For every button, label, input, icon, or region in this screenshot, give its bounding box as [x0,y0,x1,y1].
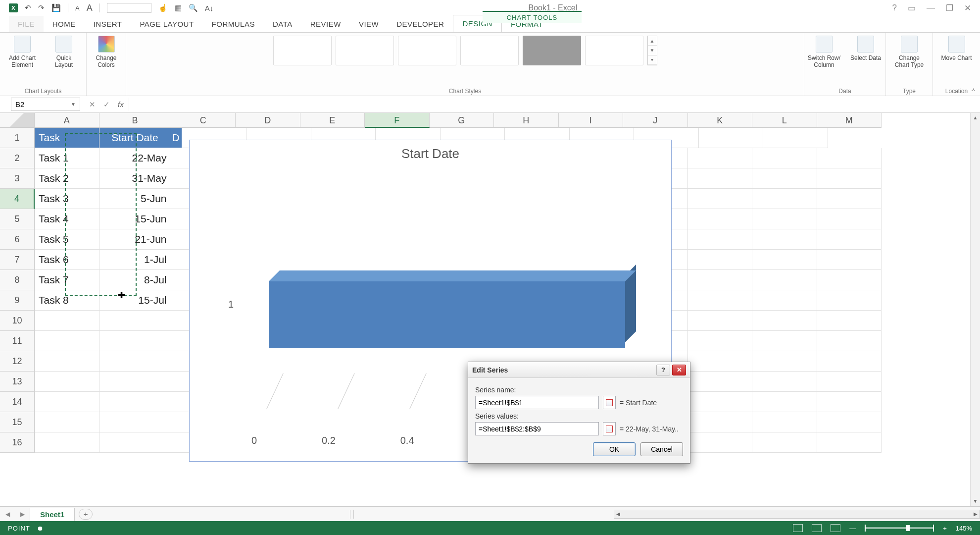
column-header-D[interactable]: D [236,113,300,128]
add-sheet-button[interactable]: + [79,509,93,520]
styles-scroll[interactable]: ▲▼▾ [647,36,657,65]
cell-A14[interactable] [35,392,99,412]
formula-input[interactable] [129,98,980,111]
save-button[interactable]: 💾 [51,3,61,12]
cell-L15[interactable] [752,412,817,432]
cell-M10[interactable] [817,311,882,331]
zoom-level[interactable]: 145% [956,525,972,532]
cell-B5[interactable]: 15-Jun [99,209,171,229]
cell-L12[interactable] [752,351,817,372]
collapse-ribbon-button[interactable]: ㅅ [971,86,976,94]
cell-M2[interactable] [817,148,882,168]
close-button[interactable]: ✕ [964,3,971,13]
vertical-scrollbar[interactable]: ▲▼ [970,113,980,506]
sort-button[interactable]: A↓ [205,4,214,12]
cell-A1[interactable]: Task [35,128,99,148]
column-header-J[interactable]: J [623,113,688,128]
series-values-range-picker[interactable] [603,422,616,435]
normal-view-button[interactable] [793,524,803,532]
tab-developer[interactable]: DEVELOPER [388,16,453,32]
series-values-input[interactable] [475,422,599,435]
row-header-16[interactable]: 16 [0,432,35,453]
cell-M7[interactable] [817,250,882,270]
cell-K9[interactable] [688,290,753,311]
cell-B15[interactable] [99,412,171,432]
tab-review[interactable]: REVIEW [301,16,350,32]
cell-K10[interactable] [688,311,753,331]
touch-mode-button[interactable]: ☝ [158,3,168,12]
cell-B7[interactable]: 1-Jul [99,250,171,270]
chart-style-3[interactable] [398,36,456,65]
switch-row-column-button[interactable]: Switch Row/ Column [807,36,841,68]
cell-K2[interactable] [688,148,753,168]
cell-K15[interactable] [688,412,753,432]
ribbon-display-button[interactable]: ▭ [908,3,916,13]
cancel-entry-icon[interactable]: ✕ [89,100,96,109]
worksheet-grid[interactable]: ABCDEFGHIJKLM 12345678910111213141516 Ta… [0,113,980,506]
tab-formulas[interactable]: FORMULAS [203,16,264,32]
cell-B2[interactable]: 22-May [99,148,171,168]
cell-B1[interactable]: Start Date [99,128,171,148]
tab-home[interactable]: HOME [44,16,85,32]
cell-M1[interactable] [763,128,828,148]
cell-L7[interactable] [752,250,817,270]
move-chart-button[interactable]: Move Chart [939,36,974,61]
row-header-5[interactable]: 5 [0,209,35,229]
cell-M15[interactable] [817,412,882,432]
tab-page-layout[interactable]: PAGE LAYOUT [131,16,202,32]
row-header-7[interactable]: 7 [0,250,35,270]
cell-K5[interactable] [688,209,753,229]
row-header-6[interactable]: 6 [0,229,35,250]
cell-L13[interactable] [752,372,817,392]
cell-K13[interactable] [688,372,753,392]
cell-M13[interactable] [817,372,882,392]
cell-K4[interactable] [688,189,753,209]
column-header-K[interactable]: K [688,113,753,128]
chart-style-5[interactable] [523,36,581,65]
row-header-14[interactable]: 14 [0,392,35,412]
cell-K14[interactable] [688,392,753,412]
sheet-nav-prev[interactable]: ◀ [5,511,10,518]
cell-A2[interactable]: Task 1 [35,148,99,168]
column-header-G[interactable]: G [430,113,494,128]
font-decrease-button[interactable]: A [75,4,80,12]
print-preview-button[interactable]: 🔍 [189,3,198,12]
cell-K12[interactable] [688,351,753,372]
series-name-input[interactable] [475,396,599,409]
font-size-combo[interactable] [107,3,151,13]
sheet-nav-next[interactable]: ▶ [20,511,25,518]
ok-button[interactable]: OK [593,442,636,456]
row-header-13[interactable]: 13 [0,372,35,392]
cell-K8[interactable] [688,270,753,290]
cell-A12[interactable] [35,351,99,372]
dialog-close-button[interactable]: ✕ [672,365,686,375]
cell-A6[interactable]: Task 5 [35,229,99,250]
cell-M9[interactable] [817,290,882,311]
cell-L3[interactable] [752,168,817,189]
zoom-out-button[interactable]: — [849,525,856,532]
cell-A7[interactable]: Task 6 [35,250,99,270]
cell-L1[interactable] [699,128,764,148]
insert-table-button[interactable]: ▦ [175,3,182,12]
column-header-E[interactable]: E [300,113,365,128]
column-header-L[interactable]: L [752,113,817,128]
row-header-12[interactable]: 12 [0,351,35,372]
cell-M14[interactable] [817,392,882,412]
row-header-1[interactable]: 1 [0,128,35,148]
cell-L8[interactable] [752,270,817,290]
cell-A8[interactable]: Task 7 [35,270,99,290]
cell-A3[interactable]: Task 2 [35,168,99,189]
tab-insert[interactable]: INSERT [85,16,131,32]
add-chart-element-button[interactable]: Add Chart Element [5,36,40,68]
cell-B11[interactable] [99,331,171,351]
cell-M4[interactable] [817,189,882,209]
row-header-4[interactable]: 4 [0,189,35,209]
chart-style-6[interactable] [585,36,643,65]
cell-A10[interactable] [35,311,99,331]
cell-K6[interactable] [688,229,753,250]
cell-B14[interactable] [99,392,171,412]
horizontal-scrollbar[interactable]: ◀▶ [614,510,980,519]
cell-A4[interactable]: Task 3 [35,189,99,209]
chart-title[interactable]: Start Date [190,146,671,161]
cell-B9[interactable]: 15-Jul [99,290,171,311]
